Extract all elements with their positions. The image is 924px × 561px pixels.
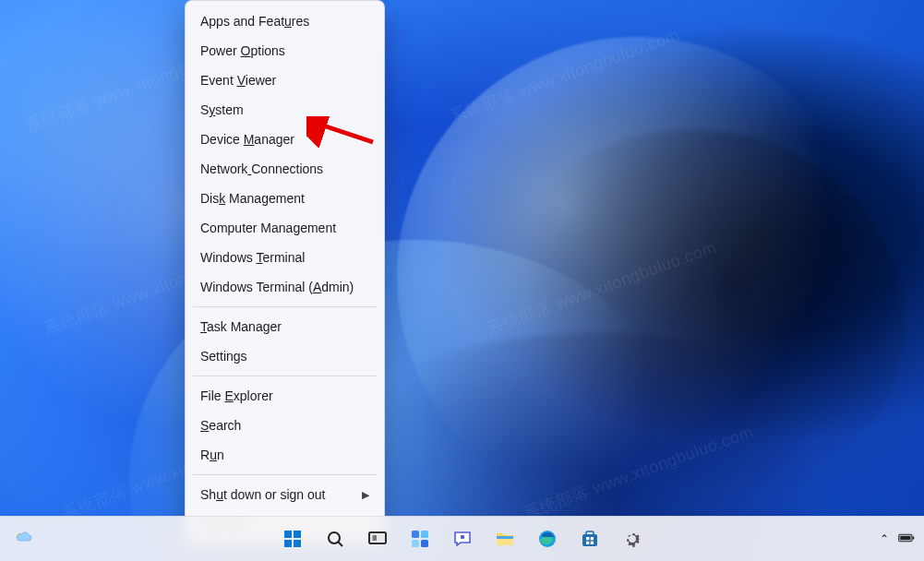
menu-item-label: Windows Terminal [200,249,305,266]
submenu-chevron-icon: ▶ [362,486,369,503]
svg-rect-27 [900,536,910,541]
menu-item-label: Apps and Features [200,13,309,30]
menu-item-label: Search [200,417,241,434]
svg-rect-24 [590,542,593,544]
menu-item-label: Network Connections [200,161,323,177]
svg-rect-11 [412,531,419,538]
taskbar: ⌃ [0,516,924,561]
svg-point-6 [329,532,340,543]
svg-rect-23 [586,542,589,544]
menu-item-shutdown[interactable]: Shut down or sign out▶ [186,480,384,509]
microsoft-store-button[interactable] [571,520,608,557]
menu-separator [193,306,377,307]
menu-item-label: Run [200,447,224,463]
menu-item-label: Settings [200,348,247,364]
start-button[interactable] [274,520,311,557]
svg-rect-14 [421,540,428,547]
svg-rect-8 [369,532,386,543]
svg-rect-10 [372,535,377,541]
svg-rect-3 [294,531,301,538]
svg-rect-12 [421,531,428,538]
menu-item-windows-terminal[interactable]: Windows Terminal [186,243,384,272]
menu-item-run[interactable]: Run [186,440,384,470]
menu-item-label: Event Viewer [200,72,276,89]
menu-item-label: Computer Management [200,220,336,236]
menu-item-apps-features[interactable]: Apps and Features [186,6,384,36]
svg-rect-19 [582,534,597,546]
menu-item-label: Windows Terminal (Admin) [200,279,354,295]
edge-button[interactable] [529,520,566,557]
svg-rect-21 [586,537,589,540]
menu-item-file-explorer[interactable]: File Explorer [186,381,384,411]
svg-point-15 [460,535,464,540]
menu-item-windows-terminal-admin[interactable]: Windows Terminal (Admin) [186,272,384,302]
menu-item-system[interactable]: System [186,95,384,125]
file-explorer-button[interactable] [486,520,523,557]
svg-rect-2 [284,531,292,538]
winx-context-menu: Apps and FeaturesPower OptionsEvent View… [185,0,385,545]
menu-item-settings[interactable]: Settings [186,341,384,371]
svg-rect-22 [590,537,593,540]
menu-item-label: File Explorer [200,388,273,404]
menu-item-task-manager[interactable]: Task Manager [186,312,384,341]
desktop-wallpaper[interactable]: 系统部落 www.xitongbuluo.com 系统部落 www.xitong… [0,0,924,561]
menu-separator [193,376,377,376]
menu-separator [193,474,377,475]
svg-rect-17 [497,536,513,539]
svg-rect-4 [284,540,292,547]
svg-rect-13 [412,540,419,547]
menu-item-label: Power Options [200,42,285,59]
svg-rect-5 [294,540,301,547]
chat-button[interactable] [444,520,481,557]
widgets-button[interactable] [402,520,438,557]
menu-item-label: Device Manager [200,131,294,148]
menu-item-label: Task Manager [200,318,282,335]
svg-rect-20 [586,531,594,535]
menu-item-device-manager[interactable]: Device Manager [186,125,384,154]
menu-item-network-connections[interactable]: Network Connections [186,154,384,184]
settings-button[interactable] [614,520,651,557]
svg-line-7 [338,543,342,547]
svg-rect-26 [913,537,915,540]
system-tray[interactable]: ⌃ [880,531,915,547]
menu-item-power-options[interactable]: Power Options [186,36,384,66]
menu-item-label: Disk Management [200,190,305,207]
menu-item-event-viewer[interactable]: Event Viewer [186,66,384,95]
taskbar-search[interactable] [317,520,354,557]
menu-item-disk-management[interactable]: Disk Management [186,184,384,213]
menu-item-computer-management[interactable]: Computer Management [186,213,384,243]
menu-item-label: Shut down or sign out [200,486,325,503]
tray-overflow-chevron-icon[interactable]: ⌃ [880,532,889,545]
weather-widget[interactable] [6,520,42,557]
menu-item-search[interactable]: Search [186,411,384,440]
menu-item-label: System [200,101,244,118]
battery-icon[interactable] [898,531,915,547]
task-view[interactable] [359,520,396,557]
